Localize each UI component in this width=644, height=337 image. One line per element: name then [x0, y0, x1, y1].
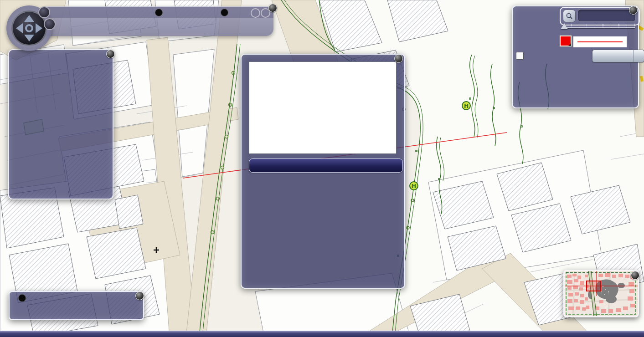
more-info-toggle[interactable]	[249, 158, 403, 173]
magnifier-icon	[566, 12, 573, 20]
line-style-preview	[573, 36, 627, 47]
bus-stop-h-icon: H	[412, 183, 416, 189]
slider-thumb[interactable]	[561, 23, 568, 29]
zoom-out-button[interactable]	[44, 18, 56, 30]
map-views-menu-button[interactable]	[221, 9, 228, 16]
line-width-slider[interactable]	[563, 27, 635, 28]
view-menu-button[interactable]	[155, 9, 163, 16]
unit-dropdown[interactable]	[592, 50, 644, 62]
scale-info-panel	[9, 291, 144, 320]
bottom-bar	[0, 331, 644, 337]
quick-search-input[interactable]	[577, 9, 636, 22]
gis-application: H H	[0, 0, 644, 337]
elevation-chart	[249, 61, 397, 154]
bus-stop-h-icon: H	[464, 103, 469, 109]
chevron-down-icon	[634, 50, 644, 62]
slider-tick-marks	[563, 24, 635, 26]
overview-minimap[interactable]	[563, 270, 639, 317]
scale-panel-close-button[interactable]	[135, 291, 144, 300]
line-color-swatch[interactable]	[560, 36, 572, 46]
zoom-in-button[interactable]	[38, 6, 50, 18]
profile-window-close-button[interactable]	[394, 54, 403, 63]
measure-panel-close-button[interactable]	[629, 6, 638, 15]
preview-line-graphic	[577, 41, 623, 42]
pan-down-arrow-icon[interactable]	[24, 35, 34, 41]
swatch-dropdown-corner-icon	[568, 43, 571, 46]
search-panel	[8, 49, 113, 199]
measure-tools-panel	[512, 5, 639, 108]
elevation-profile-window	[241, 54, 405, 289]
toolbar-label-strip	[40, 7, 273, 18]
pan-right-arrow-icon[interactable]	[36, 23, 42, 33]
minimap-extent-rect[interactable]	[587, 281, 601, 291]
scale-menu-button[interactable]	[18, 294, 26, 302]
minimap-canvas	[565, 271, 638, 316]
quick-search-widget	[560, 7, 640, 26]
main-toolbar	[40, 6, 273, 36]
search-panel-close-button[interactable]	[106, 50, 115, 58]
magnifier-button[interactable]	[563, 10, 576, 22]
pan-left-arrow-icon[interactable]	[16, 23, 23, 33]
compass-center-icon[interactable]	[25, 24, 33, 32]
show-values-checkbox[interactable]	[516, 52, 524, 60]
copyright-button[interactable]	[251, 8, 260, 18]
pan-up-arrow-icon[interactable]	[24, 15, 34, 22]
toolbar-close-button[interactable]	[268, 4, 277, 12]
minimap-close-button[interactable]	[631, 271, 639, 280]
